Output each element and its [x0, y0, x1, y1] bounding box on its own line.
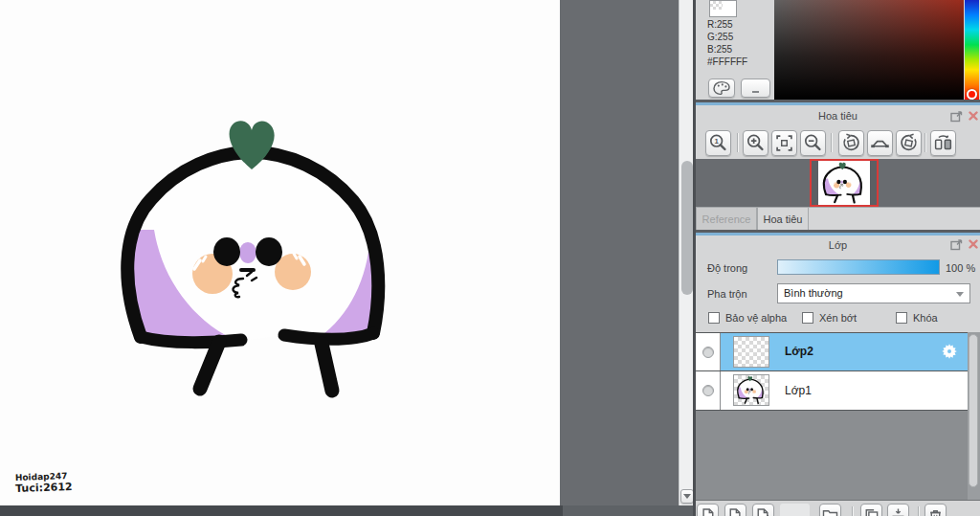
lock-label: Khóa — [913, 312, 938, 324]
rotate-ccw-icon — [839, 131, 863, 155]
toolbar-blank — [780, 504, 810, 516]
paint-app-window: Hoidap247 Tuci:2612 R:255 G:255 B:255 #F… — [0, 0, 980, 516]
opacity-value: 100 % — [946, 262, 975, 274]
canvas[interactable]: Hoidap247 Tuci:2612 — [0, 0, 560, 505]
toolbar-separator — [737, 133, 739, 152]
blend-dropdown[interactable]: Bình thường — [777, 283, 970, 303]
toolbar-separator — [831, 133, 833, 152]
delete-layer-button[interactable] — [924, 504, 947, 516]
zoom-in-icon — [744, 131, 768, 155]
canvas-background — [560, 0, 679, 505]
zoom-actual-icon: 1 — [706, 131, 730, 155]
canvas-hscrollbar[interactable] — [0, 505, 695, 516]
layer-visibility-cell[interactable] — [696, 333, 721, 370]
layer-row-lop2[interactable]: Lớp2 — [696, 333, 968, 371]
zoom-out-button[interactable] — [800, 130, 826, 156]
layer-list-scrollbar[interactable] — [968, 332, 980, 500]
layer-visibility-cell[interactable] — [696, 371, 721, 410]
color-b-value: B:255 — [707, 44, 732, 55]
layer-name[interactable]: Lớp2 — [785, 345, 813, 358]
layer-thumbnail[interactable] — [733, 374, 769, 406]
fit-screen-button[interactable] — [771, 130, 797, 156]
toolbar-separator — [924, 133, 926, 152]
clipping-checkbox[interactable] — [802, 312, 813, 324]
navigator-preview[interactable] — [696, 159, 980, 207]
lock-checkbox[interactable] — [896, 312, 907, 324]
protect-alpha-checkbox[interactable] — [708, 312, 720, 324]
rotate-reset-icon — [868, 131, 892, 155]
tab-navigator-label: Hoa tiêu — [764, 213, 803, 225]
layer-settings-gear-icon[interactable] — [941, 343, 958, 362]
hue-slider[interactable] — [965, 0, 979, 100]
chevron-down-icon — [956, 292, 964, 297]
visibility-dot-icon[interactable] — [702, 347, 714, 358]
layer-thumbnail-character — [734, 375, 768, 405]
flip-horizontal-icon — [931, 131, 955, 155]
close-icon[interactable] — [968, 110, 979, 123]
navigator-panel: Hoa tiêu 1 — [696, 102, 980, 230]
new-layer-button[interactable] — [697, 504, 719, 516]
visibility-dot-icon[interactable] — [702, 385, 714, 396]
color-options-button[interactable] — [741, 79, 770, 98]
palette-button[interactable] — [708, 79, 735, 98]
rotate-ccw-button[interactable] — [838, 130, 864, 156]
saturation-value-picker[interactable] — [774, 0, 964, 100]
folder-button[interactable] — [819, 504, 841, 516]
layers-title: Lớp — [696, 236, 980, 255]
hue-marker[interactable] — [967, 89, 977, 100]
popout-icon[interactable] — [950, 111, 963, 124]
hscroll-thumb[interactable] — [0, 505, 563, 516]
duplicate-layer-icon — [861, 505, 881, 516]
layer-name[interactable]: Lớp1 — [785, 384, 812, 397]
color-panel: R:255 G:255 B:255 #FFFFFF — [696, 0, 980, 100]
color-g-value: G:255 — [707, 32, 733, 42]
new-layer-icon — [698, 505, 718, 516]
rotate-cw-icon — [897, 131, 921, 155]
preview-offcanvas-right — [870, 161, 877, 205]
color-r-value: R:255 — [707, 19, 733, 30]
tab-reference-label: Reference — [702, 213, 751, 225]
blend-value: Bình thường — [784, 287, 843, 299]
rotate-cw-button[interactable] — [896, 130, 922, 156]
viewport-rect[interactable] — [810, 159, 879, 207]
copy-layer-button[interactable] — [752, 504, 774, 516]
color-swatch[interactable] — [709, 0, 737, 17]
zoom-in-button[interactable] — [743, 130, 768, 156]
preview-character — [818, 161, 870, 205]
opacity-label: Độ trong — [707, 262, 747, 274]
list-scroll-thumb[interactable] — [969, 334, 978, 487]
preview-thumbnail — [818, 161, 870, 205]
zoom-out-icon — [801, 131, 825, 155]
protect-alpha-label: Bảo vệ alpha — [725, 312, 787, 324]
new-layer-pen-button[interactable] — [724, 504, 746, 516]
close-icon[interactable] — [968, 238, 979, 252]
character-drawing — [0, 0, 560, 505]
zoom-actual-button[interactable]: 1 — [705, 130, 731, 156]
vscroll-thumb[interactable] — [681, 161, 693, 295]
duplicate-layer-button[interactable] — [860, 504, 882, 516]
delete-layer-icon — [925, 505, 946, 516]
tab-navigator[interactable]: Hoa tiêu — [757, 207, 809, 230]
layer-list-empty-area — [696, 411, 980, 500]
merge-layer-button[interactable] — [887, 504, 909, 516]
flip-horizontal-button[interactable] — [930, 130, 956, 156]
new-layer-pen-icon — [725, 505, 746, 516]
navigator-header[interactable]: Hoa tiêu — [696, 105, 980, 126]
copy-layer-icon — [753, 505, 773, 516]
rotate-reset-button[interactable] — [867, 130, 893, 156]
tab-reference[interactable]: Reference — [696, 207, 757, 230]
blend-label: Pha trộn — [707, 288, 747, 300]
layer-row-lop1[interactable]: Lớp1 — [696, 371, 968, 410]
layer-thumbnail[interactable] — [733, 336, 769, 368]
vscroll-down-button[interactable] — [680, 489, 694, 504]
color-hex-value: #FFFFFF — [707, 56, 747, 67]
layers-header[interactable]: Lớp — [696, 236, 980, 255]
svg-text:1: 1 — [714, 137, 719, 146]
popout-icon[interactable] — [950, 239, 963, 253]
preview-offcanvas-left — [812, 161, 818, 205]
toolbar-separator — [852, 506, 854, 516]
watermark: Hoidap247 Tuci:2612 — [15, 470, 73, 495]
fit-screen-icon — [772, 131, 796, 155]
clipping-label: Xén bớt — [819, 312, 857, 324]
opacity-slider[interactable] — [777, 259, 940, 275]
